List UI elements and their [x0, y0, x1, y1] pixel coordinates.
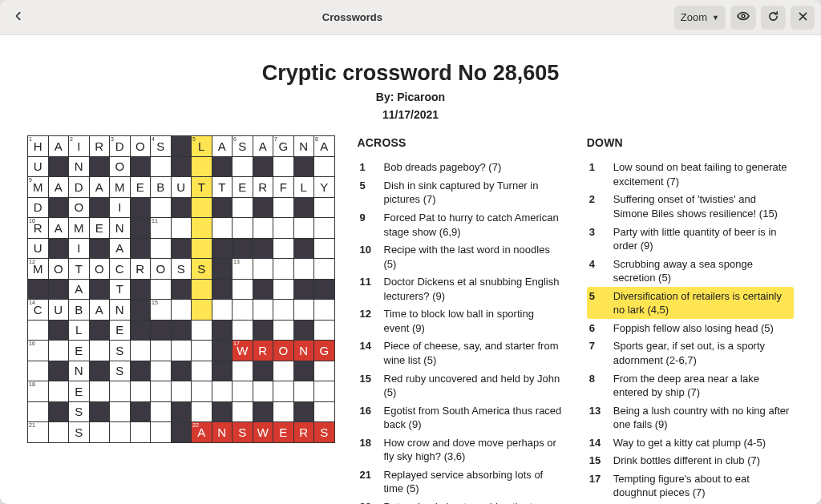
- grid-cell[interactable]: [314, 381, 335, 402]
- grid-cell[interactable]: I: [69, 238, 90, 259]
- grid-cell[interactable]: [28, 401, 49, 422]
- grid-cell[interactable]: S: [171, 259, 192, 280]
- grid-cell[interactable]: T: [69, 259, 90, 280]
- grid-cell[interactable]: [89, 341, 110, 361]
- clue-item[interactable]: 11Doctor Dickens et al snubbing English …: [358, 273, 564, 305]
- grid-cell[interactable]: N: [212, 422, 233, 443]
- grid-cell[interactable]: 22A: [192, 422, 212, 443]
- grid-cell[interactable]: E: [69, 341, 90, 361]
- grid-cell[interactable]: [314, 320, 335, 341]
- grid-cell[interactable]: 17W: [233, 341, 253, 361]
- clue-item[interactable]: 17Tempting figure's about to eat doughnu…: [587, 470, 794, 502]
- grid-cell[interactable]: D: [28, 197, 49, 218]
- grid-cell[interactable]: O: [48, 259, 69, 280]
- grid-cell[interactable]: [212, 381, 233, 402]
- grid-cell[interactable]: S: [110, 361, 131, 381]
- grid-cell[interactable]: A: [89, 177, 110, 198]
- clue-item[interactable]: 3Party with little quantity of beer is i…: [587, 223, 794, 255]
- grid-cell[interactable]: [171, 218, 192, 239]
- grid-cell[interactable]: T: [212, 177, 233, 198]
- grid-cell[interactable]: [151, 361, 172, 381]
- grid-cell[interactable]: [192, 238, 212, 259]
- grid-cell[interactable]: M: [110, 177, 131, 198]
- grid-cell[interactable]: [314, 401, 335, 422]
- grid-cell[interactable]: L: [69, 320, 90, 341]
- grid-cell[interactable]: S: [233, 422, 253, 443]
- grid-cell[interactable]: O: [110, 156, 131, 177]
- grid-cell[interactable]: [28, 320, 49, 341]
- grid-cell[interactable]: [273, 197, 294, 218]
- grid-cell[interactable]: [192, 218, 212, 239]
- clue-item[interactable]: 18How crow and dove move perhaps or fly …: [358, 433, 564, 466]
- clue-item[interactable]: 22Determined about reaching the top,: [358, 498, 564, 504]
- grid-cell[interactable]: G: [314, 341, 335, 361]
- grid-cell[interactable]: [110, 401, 131, 422]
- clue-item[interactable]: 10Recipe with the last word in noodles (…: [358, 241, 564, 273]
- grid-cell[interactable]: [212, 218, 233, 239]
- grid-cell[interactable]: S: [192, 259, 212, 280]
- grid-cell[interactable]: 16: [28, 341, 49, 361]
- grid-cell[interactable]: N: [69, 156, 90, 177]
- grid-cell[interactable]: R: [89, 136, 110, 157]
- grid-cell[interactable]: [171, 300, 192, 321]
- clue-item[interactable]: 7Sports gear, if set out, is a sporty ad…: [587, 337, 794, 369]
- grid-cell[interactable]: N: [110, 300, 131, 321]
- grid-cell[interactable]: [130, 381, 151, 402]
- grid-cell[interactable]: [130, 422, 151, 443]
- grid-cell[interactable]: [192, 320, 212, 341]
- grid-cell[interactable]: S: [314, 422, 335, 443]
- grid-cell[interactable]: [48, 422, 69, 443]
- clue-item[interactable]: 6Foppish fellow also losing head (5): [587, 319, 794, 337]
- grid-cell[interactable]: N: [69, 361, 90, 381]
- grid-cell[interactable]: 13: [233, 259, 253, 280]
- clue-item[interactable]: 21Replayed service absorbing lots of tim…: [358, 466, 564, 498]
- grid-cell[interactable]: [89, 381, 110, 402]
- grid-cell[interactable]: [233, 218, 253, 239]
- grid-cell[interactable]: E: [110, 320, 131, 341]
- clue-item[interactable]: 1Bob dreads pageboy? (7): [358, 159, 564, 177]
- grid-cell[interactable]: 1H: [28, 136, 49, 157]
- grid-cell[interactable]: B: [151, 177, 172, 198]
- grid-cell[interactable]: [273, 401, 294, 422]
- grid-cell[interactable]: B: [69, 300, 90, 321]
- grid-cell[interactable]: [233, 300, 253, 321]
- grid-cell[interactable]: [192, 401, 212, 422]
- grid-cell[interactable]: [110, 422, 131, 443]
- grid-cell[interactable]: U: [171, 177, 192, 198]
- grid-cell[interactable]: 9M: [28, 177, 49, 198]
- grid-cell[interactable]: O: [130, 136, 151, 157]
- clue-item[interactable]: 5Dish in sink captured by Turner in pict…: [358, 176, 564, 208]
- grid-cell[interactable]: 5L: [192, 136, 212, 157]
- grid-cell[interactable]: A: [48, 177, 69, 198]
- clue-item[interactable]: 14Way to get a kitty cat plump (4-5): [587, 433, 794, 452]
- grid-cell[interactable]: 10R: [28, 218, 49, 239]
- grid-cell[interactable]: 14C: [28, 300, 49, 321]
- grid-cell[interactable]: S: [69, 401, 90, 422]
- grid-cell[interactable]: [28, 361, 49, 381]
- grid-cell[interactable]: [151, 381, 172, 402]
- grid-cell[interactable]: [293, 381, 314, 402]
- grid-cell[interactable]: [273, 218, 294, 239]
- grid-cell[interactable]: 18: [28, 381, 49, 402]
- clue-item[interactable]: 15Drink bottles different in club (7): [587, 452, 794, 470]
- grid-cell[interactable]: [314, 361, 335, 381]
- grid-cell[interactable]: E: [233, 177, 253, 198]
- clue-item[interactable]: 12Time to block low ball in sporting eve…: [358, 305, 564, 337]
- grid-cell[interactable]: A: [89, 300, 110, 321]
- grid-cell[interactable]: N: [293, 136, 314, 157]
- grid-cell[interactable]: [273, 279, 294, 300]
- grid-cell[interactable]: N: [293, 341, 314, 361]
- clue-item[interactable]: 13Being a lush country with no king afte…: [587, 401, 794, 433]
- grid-cell[interactable]: [273, 259, 294, 280]
- grid-cell[interactable]: 3D: [110, 136, 131, 157]
- grid-cell[interactable]: Y: [314, 177, 335, 198]
- grid-cell[interactable]: A: [253, 136, 273, 157]
- grid-cell[interactable]: 15: [151, 300, 172, 321]
- grid-cell[interactable]: A: [48, 218, 69, 239]
- grid-cell[interactable]: [253, 218, 273, 239]
- refresh-button[interactable]: [761, 6, 786, 30]
- grid-cell[interactable]: [192, 156, 212, 177]
- grid-cell[interactable]: [314, 218, 335, 239]
- grid-cell[interactable]: [151, 279, 172, 300]
- grid-cell[interactable]: [89, 422, 110, 443]
